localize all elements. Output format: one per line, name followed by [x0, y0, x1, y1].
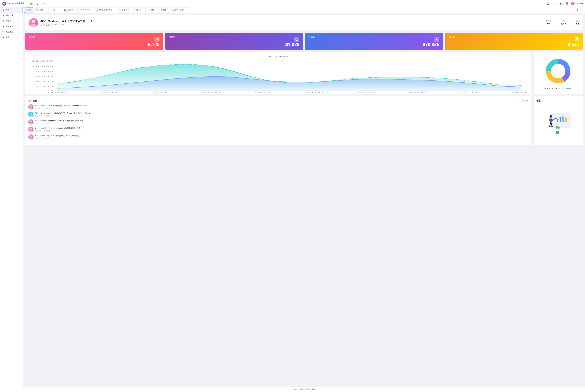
tab-biaoqian-close[interactable]: ×	[44, 9, 46, 11]
activity-avatar-3	[28, 119, 34, 124]
svg-point-67	[29, 122, 33, 124]
tab-bar: 🖥 首页 | 📁 标签页 × | 📄 关于 × | 👥	[23, 7, 585, 13]
metric-transactions-icon	[294, 37, 300, 42]
tab-submenu-close[interactable]: ×	[113, 9, 115, 11]
sysmanage-icon: 🔧	[2, 31, 5, 33]
sidebar-item-system[interactable]: ⚙ 系统功能 ▼	[0, 13, 23, 18]
fullscreen-button[interactable]: ⛶	[580, 8, 584, 12]
logo[interactable]: Soybean 管理系统	[2, 2, 24, 6]
tab-usermanage[interactable]: 👥 用户管理 ×	[62, 8, 78, 13]
sidebar-item-sysmanage[interactable]: 🔧 系统管理 ▼	[0, 29, 23, 35]
metric-card-revenue: 成交量 R 9,527	[445, 32, 583, 50]
tab-rolemanage[interactable]: 🔑 角色管理 ×	[79, 8, 94, 13]
tab-submenu1-close[interactable]: ×	[185, 9, 187, 11]
svg-line-22	[560, 4, 560, 4]
svg-point-14	[560, 3, 561, 4]
tab-403[interactable]: 🚫 403 ×	[134, 8, 146, 13]
svg-rect-2	[30, 3, 33, 3]
more-activity-link[interactable]: 更多动态	[521, 100, 528, 102]
tab-submenu1[interactable]: ≡ 菜单一子菜单 ×	[171, 8, 189, 13]
tab-home[interactable]: 🖥 首页	[24, 8, 33, 13]
tab-usermanage-close[interactable]: ×	[74, 9, 76, 11]
creative-title: 创意	[536, 99, 541, 102]
svg-rect-24	[566, 4, 567, 4]
logo-icon	[2, 2, 6, 6]
tab-403-close[interactable]: ×	[142, 9, 144, 11]
sun-icon[interactable]	[558, 1, 563, 6]
refresh-button[interactable]: ↺	[575, 8, 579, 12]
activity-avatar-4	[28, 127, 34, 132]
tab-home-label: 首页	[28, 9, 32, 11]
tab-sep-2: |	[48, 9, 49, 11]
tab-about-close[interactable]: ×	[57, 9, 59, 11]
chevron-down-icon-2: ▼	[19, 20, 21, 22]
tab-404[interactable]: 📄 404 ×	[147, 8, 158, 13]
grid-icon[interactable]	[545, 1, 550, 6]
metric-revenue-label: 成交量	[449, 36, 455, 38]
svg-rect-3	[30, 4, 33, 4]
tab-500-close[interactable]: ×	[166, 9, 168, 11]
content-area: 🖥 首页 | 📁 标签页 × | 📄 关于 × | 👥	[23, 7, 585, 392]
activity-item-4: Soybean 正在忙于为soybean-admin写项目说明文档！ 2021-…	[28, 127, 528, 132]
metric-revenue-value: 9,527	[449, 42, 579, 47]
activity-content-4: Soybean 正在忙于为soybean-admin写项目说明文档！ 2021-…	[35, 127, 81, 132]
legend-registrations-label: 注册量	[283, 55, 288, 58]
footer-text: Copyright MIT © 2021 Soybean	[292, 388, 316, 390]
user-menu[interactable]: Soybean	[571, 2, 583, 5]
svg-point-61	[551, 64, 565, 78]
home-icon: 🏠	[2, 9, 5, 11]
creative-illustration	[536, 104, 580, 142]
svg-text:16:00: 16:00	[305, 92, 323, 93]
tab-500[interactable]: ⚙ 500 ×	[159, 8, 170, 13]
activity-title: 项目动态	[28, 99, 37, 102]
tab-submenu[interactable]: ≡ 菜单二子菜单首页 ×	[95, 8, 116, 13]
translate-icon[interactable]: A A	[552, 1, 556, 6]
chevron-down-icon-4: ▼	[19, 31, 21, 33]
sidebar: 🏠 首页 ⚙ 系统功能 ▼ ⚠ 异常页 ▼ ≡	[0, 7, 23, 392]
sidebar-item-home[interactable]: 🏠 首页	[0, 7, 23, 13]
tab-sep-11: |	[189, 9, 190, 11]
metric-downloads-icon	[434, 37, 439, 42]
exception-icon: ⚠	[2, 20, 5, 22]
stat-pending-label: 待办	[562, 20, 565, 22]
activity-time-1: 2021-05-28 22:22:22	[35, 108, 50, 109]
sidebar-item-about[interactable]: ℹ 关于	[0, 35, 23, 40]
svg-point-66	[30, 120, 32, 122]
tab-menumanage-close[interactable]: ×	[129, 9, 131, 11]
tab-rolemanage-close[interactable]: ×	[90, 9, 92, 11]
user-name-label: Soybean	[575, 2, 583, 4]
donut-legend-work: 工作	[559, 87, 564, 90]
creative-header: 创意	[536, 99, 580, 102]
screen-icon[interactable]	[35, 1, 40, 6]
activity-avatar-1	[28, 104, 34, 110]
activity-time-3: 2021-10-31 22:43:12	[35, 122, 50, 124]
sidebar-about-label: 关于	[6, 36, 10, 39]
sidebar-item-system-left: ⚙ 系统功能	[2, 14, 13, 17]
activity-text-5: Soybean 刚才把工作台页面随便写了一些，凑合能看了！	[35, 134, 83, 137]
tab-sep-7: |	[133, 9, 134, 11]
activity-card: 项目动态 更多动态 Soybean 在2021年5月28日创建了开源项目 soy…	[26, 96, 531, 145]
tab-404-close[interactable]: ×	[154, 9, 156, 11]
welcome-stats: 项目数 25 待办 4/16 消息 12	[546, 20, 579, 26]
line-chart-card: 下载量 注册量 12,000 10,000	[26, 52, 531, 94]
stat-pending-value: 4/16	[561, 23, 566, 26]
welcome-text: 早安，Soybean，今天又是充满活力的一天！ 今日多云转晴，20°C - 25…	[41, 20, 93, 26]
svg-line-19	[560, 3, 560, 3]
tab-biaoqian[interactable]: 📁 标签页 ×	[34, 8, 48, 13]
nav-home-label: 首页	[42, 2, 46, 5]
sidebar-item-exception[interactable]: ⚠ 异常页 ▼	[0, 18, 23, 24]
svg-rect-30	[157, 38, 158, 40]
tab-sep-9: |	[158, 9, 159, 11]
menu-toggle-button[interactable]	[29, 1, 34, 6]
activity-text-4: Soybean 正在忙于为soybean-admin写项目说明文档！	[35, 127, 81, 130]
layout-icon[interactable]	[565, 1, 569, 6]
sidebar-item-multimenu[interactable]: ≡ 多级菜单 ▼	[0, 24, 23, 29]
svg-text:8,000: 8,000	[35, 70, 53, 72]
tab-about[interactable]: 📄 关于 ×	[49, 8, 61, 13]
main-area: 🏠 首页 ⚙ 系统功能 ▼ ⚠ 异常页 ▼ ≡	[0, 7, 585, 392]
bottom-row: 项目动态 更多动态 Soybean 在2021年5月28日创建了开源项目 soy…	[26, 96, 583, 145]
stat-projects-label: 项目数	[546, 20, 551, 22]
page-content: 早安，Soybean，今天又是充满活力的一天！ 今日多云转晴，20°C - 25…	[23, 13, 585, 386]
multimenu-icon: ≡	[2, 25, 5, 28]
tab-menumanage[interactable]: 📊 菜单管理 ×	[118, 8, 133, 13]
